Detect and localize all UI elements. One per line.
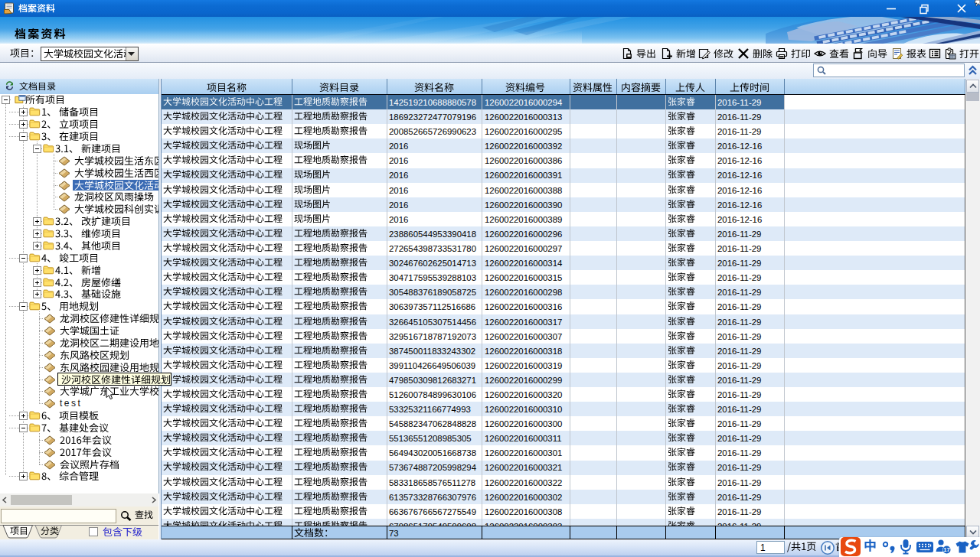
svg-text:17: 17 [943,546,949,553]
